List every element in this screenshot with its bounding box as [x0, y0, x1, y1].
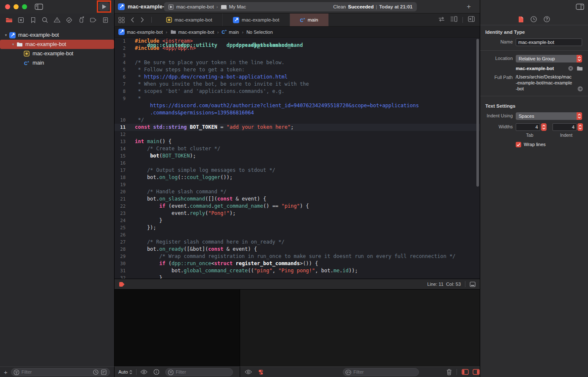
tree-item-mac-example-bot[interactable]: mac-example-bot: [0, 49, 114, 58]
console-view[interactable]: [240, 289, 480, 366]
name-field[interactable]: [516, 38, 582, 46]
indent-using-dropdown[interactable]: Spaces: [516, 112, 582, 120]
debug-info-icon[interactable]: [153, 369, 159, 375]
editor-tab-mac-example-bot[interactable]: mac-example-bot: [156, 14, 223, 26]
code-line[interactable]: 13int main() {: [115, 138, 480, 145]
go-back-icon[interactable]: [128, 14, 137, 26]
breadcrumb-main[interactable]: C+main: [222, 29, 239, 35]
toggle-navigator-icon[interactable]: [35, 3, 43, 10]
console-eye-icon[interactable]: [245, 369, 252, 374]
code-line[interactable]: 20 /* Handle slash command */: [115, 188, 480, 195]
code-line[interactable]: 29 /* Wrap command registration in run_o…: [115, 253, 480, 260]
code-line[interactable]: 32 }: [115, 274, 480, 279]
show-only-variables-eye-icon[interactable]: [140, 369, 148, 374]
add-file-button[interactable]: +: [4, 369, 8, 376]
tree-item-main[interactable]: C+main: [0, 58, 114, 68]
code-line[interactable]: 11const std::string BOT_TOKEN = "add you…: [115, 124, 480, 131]
code-line[interactable]: .commands&permissions=139586816064: [115, 109, 480, 117]
adjust-editor-icon[interactable]: [470, 282, 476, 287]
variables-filter-input[interactable]: [166, 369, 232, 374]
debug-navigator-icon[interactable]: [77, 16, 86, 24]
indent-width-input[interactable]: [553, 124, 577, 130]
code-line[interactable]: 7 * When you invite the bot, be sure to …: [115, 81, 480, 88]
tab-width-field[interactable]: [516, 123, 540, 131]
code-line[interactable]: 17 /* Output simple log messages to stdo…: [115, 167, 480, 174]
source-control-navigator-icon[interactable]: [16, 16, 26, 24]
code-line[interactable]: 10 */: [115, 117, 480, 124]
code-line[interactable]: 30 if (dpp::run_once<struct register_bot…: [115, 260, 480, 267]
code-line[interactable]: 15 dpp::cluster bot(BOT_TOKEN);: [115, 152, 480, 160]
open-path-arrow-icon[interactable]: [577, 86, 583, 92]
code-line[interactable]: 31 bot.global_command_create(dpp::slashc…: [115, 267, 480, 274]
editor-scrollbar[interactable]: [476, 39, 479, 187]
code-line[interactable]: 22 if (event.command.get_command_name() …: [115, 203, 480, 210]
editor-tab-main[interactable]: C+main: [290, 14, 328, 26]
tab-width-input[interactable]: [516, 124, 540, 130]
wrap-lines-checkbox[interactable]: [516, 142, 521, 147]
code-line[interactable]: 25 });: [115, 224, 480, 231]
disclosure-triangle-icon[interactable]: ▾: [11, 42, 16, 46]
breadcrumb-mac-example-bot[interactable]: mac-example-bot: [118, 29, 163, 35]
file-inspector-icon[interactable]: [518, 16, 524, 23]
code-line[interactable]: 16: [115, 160, 480, 167]
reports-navigator-icon[interactable]: [101, 16, 110, 24]
breakpoints-navigator-icon[interactable]: [89, 16, 98, 24]
console-filter-field[interactable]: [343, 368, 419, 376]
breadcrumb-mac-example-bot[interactable]: mac-example-bot: [170, 30, 214, 35]
show-variables-pane-icon[interactable]: [462, 369, 469, 375]
history-inspector-icon[interactable]: [531, 16, 537, 22]
code-line[interactable]: 14 /* Create bot cluster */: [115, 145, 480, 152]
tree-item-mac-example-bot[interactable]: ▾mac-example-bot: [0, 40, 114, 49]
help-inspector-icon[interactable]: [544, 16, 550, 22]
minimap-icon[interactable]: [450, 16, 457, 24]
show-console-pane-icon[interactable]: [473, 369, 480, 375]
code-line[interactable]: 26: [115, 231, 480, 239]
name-input[interactable]: [518, 40, 580, 45]
indent-width-field[interactable]: [552, 123, 577, 131]
variables-scope-selector[interactable]: Auto: [118, 369, 132, 374]
code-line[interactable]: 8 * scopes 'bot' and 'applications.comma…: [115, 88, 480, 95]
code-line[interactable]: 27 /* Register slash command here in on_…: [115, 239, 480, 246]
scheme-selector[interactable]: mac-example-bot › My Mac Clean Succeeded…: [164, 2, 417, 11]
code-line[interactable]: 18 bot.on_log(dpp::utility::cout_logger(…: [115, 174, 480, 181]
recent-files-clock-icon[interactable]: [93, 369, 98, 375]
code-line[interactable]: 5 * Follow steps here to get a token:: [115, 66, 480, 73]
navigator-filter-field[interactable]: [11, 368, 110, 376]
editor-grid-icon[interactable]: [115, 14, 128, 26]
breakpoint-icon[interactable]: [118, 282, 125, 287]
breakpoints-toggle-icon[interactable]: [258, 369, 264, 375]
variables-view[interactable]: [114, 289, 240, 366]
go-forward-icon[interactable]: [137, 14, 147, 26]
code-line[interactable]: https://discord.com/oauth2/authorize?cli…: [115, 102, 480, 109]
code-review-icon[interactable]: [438, 16, 445, 24]
tree-item-mac-example-bot[interactable]: ▾mac-example-bot: [0, 30, 114, 40]
library-add-button[interactable]: +: [467, 3, 471, 11]
bookmarks-navigator-icon[interactable]: [28, 16, 38, 24]
code-line[interactable]: 3: [115, 52, 480, 59]
tests-navigator-icon[interactable]: [65, 16, 74, 24]
minimize-window-button[interactable]: [14, 4, 19, 9]
code-line[interactable]: 21 bot.on_slashcommand([](const dpp::sla…: [115, 195, 480, 203]
clear-console-trash-icon[interactable]: [446, 369, 452, 375]
console-filter-input[interactable]: [343, 369, 418, 374]
clear-location-icon[interactable]: [568, 66, 573, 71]
project-navigator-icon[interactable]: [4, 16, 14, 24]
code-line[interactable]: 28 bot.on_ready([&bot](const dpp::ready_…: [115, 246, 480, 253]
find-navigator-icon[interactable]: [41, 16, 50, 24]
code-line[interactable]: 4/* Be sure to place your token in the l…: [115, 59, 480, 66]
source-control-status-icon[interactable]: [101, 369, 107, 375]
disclosure-triangle-icon[interactable]: ▾: [3, 33, 8, 37]
close-window-button[interactable]: [5, 4, 10, 9]
toggle-inspector-icon[interactable]: [576, 3, 584, 10]
issues-navigator-icon[interactable]: [52, 16, 62, 24]
code-line[interactable]: 24 }: [115, 217, 480, 224]
editor-tab-mac-example-bot[interactable]: mac-example-bot: [223, 14, 290, 26]
code-line[interactable]: 19: [115, 181, 480, 188]
source-editor[interactable]: 1#include <iostream>2#include <dpp/dpp.h…: [114, 37, 480, 279]
location-dropdown[interactable]: Relative to Group: [516, 55, 582, 62]
zoom-window-button[interactable]: [22, 4, 27, 9]
code-line[interactable]: 6 * https://dpp.dev/creating-a-bot-appli…: [115, 73, 480, 81]
breadcrumb-no-selection[interactable]: No Selection: [246, 30, 273, 35]
code-line[interactable]: 23 event.reply("Pong!");: [115, 210, 480, 217]
add-editor-icon[interactable]: [468, 16, 475, 24]
